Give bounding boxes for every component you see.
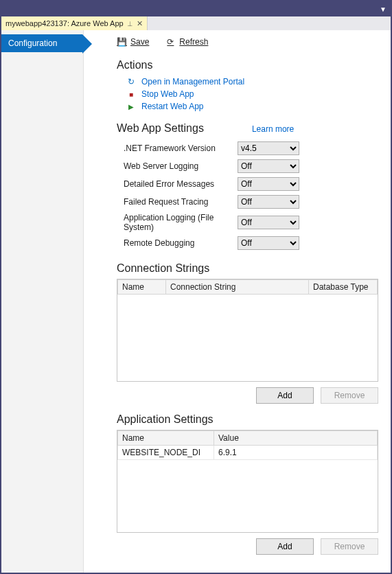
action-restart-label: Restart Web App — [141, 102, 204, 111]
learn-more-link[interactable]: Learn more — [252, 124, 294, 134]
action-stop-label: Stop Web App — [141, 89, 194, 99]
azure-webapp-config-window: ▼ mywebapp423137: Azure Web App ⟂ ✕ Conf… — [0, 0, 392, 574]
appsettings-add-button[interactable]: Add — [256, 538, 314, 555]
setting-label: .NET Framework Version — [124, 144, 233, 153]
application-settings-heading: Application Settings — [117, 413, 378, 426]
stop-icon: ■ — [126, 91, 136, 98]
action-stop-webapp[interactable]: ■ Stop Web App — [117, 88, 378, 100]
table-row[interactable]: WEBSITE_NODE_DI 6.9.1 — [118, 446, 378, 460]
sidebar: Configuration — [1, 30, 84, 573]
appsetting-name: WEBSITE_NODE_DI — [118, 446, 214, 460]
pin-icon[interactable]: ⟂ — [128, 19, 132, 27]
web-server-logging-select[interactable]: Off — [238, 159, 299, 173]
refresh-label: Refresh — [179, 37, 208, 47]
setting-label: Web Server Logging — [124, 161, 233, 171]
body: Configuration 💾 Save ⟳ Refresh Actions ↻… — [1, 30, 391, 573]
window-menu-caret[interactable]: ▼ — [380, 5, 387, 13]
conn-add-button[interactable]: Add — [256, 387, 314, 404]
webapp-settings-heading: Web App Settings — [117, 122, 204, 135]
document-tab-strip: mywebapp423137: Azure Web App ⟂ ✕ — [1, 16, 391, 30]
col-connstring[interactable]: Connection String — [166, 280, 309, 295]
failed-request-tracing-select[interactable]: Off — [238, 195, 299, 209]
open-external-icon: ↻ — [126, 77, 136, 87]
play-icon: ▶ — [126, 103, 136, 111]
action-restart-webapp[interactable]: ▶ Restart Web App — [117, 100, 378, 113]
appsettings-remove-button[interactable]: Remove — [321, 538, 378, 555]
connection-strings-table[interactable]: Name Connection String Database Type — [117, 279, 378, 295]
setting-label: Remote Debugging — [124, 238, 233, 248]
application-settings-table[interactable]: Name Value WEBSITE_NODE_DI 6.9.1 — [117, 430, 378, 460]
connection-strings-heading: Connection Strings — [117, 262, 378, 275]
connection-strings-buttons: Add Remove — [117, 387, 378, 404]
application-logging-select[interactable]: Off — [238, 216, 299, 229]
col-value[interactable]: Value — [214, 431, 378, 446]
actions-heading: Actions — [117, 59, 378, 71]
setting-label: Detailed Error Messages — [124, 179, 233, 189]
refresh-button[interactable]: ⟳ Refresh — [165, 37, 208, 47]
setting-label: Application Logging (File System) — [124, 213, 233, 232]
application-settings-table-wrap: Name Value WEBSITE_NODE_DI 6.9.1 — [117, 430, 378, 533]
save-button[interactable]: 💾 Save — [117, 37, 149, 47]
detailed-error-messages-select[interactable]: Off — [238, 177, 299, 191]
col-name[interactable]: Name — [118, 280, 166, 295]
save-icon: 💾 — [117, 37, 126, 47]
document-tab[interactable]: mywebapp423137: Azure Web App ⟂ ✕ — [1, 16, 148, 30]
application-settings-buttons: Add Remove — [117, 538, 378, 555]
sidebar-tab-label: Configuration — [8, 38, 57, 48]
close-icon[interactable]: ✕ — [137, 19, 143, 28]
conn-remove-button[interactable]: Remove — [321, 387, 378, 404]
document-tab-title: mywebapp423137: Azure Web App — [5, 19, 124, 27]
remote-debugging-select[interactable]: Off — [238, 236, 299, 250]
setting-label: Failed Request Tracing — [124, 197, 233, 207]
connection-strings-table-wrap: Name Connection String Database Type — [117, 279, 378, 382]
content-area: 💾 Save ⟳ Refresh Actions ↻ Open in Manag… — [84, 30, 391, 573]
titlebar: ▼ — [1, 1, 391, 16]
save-label: Save — [130, 37, 149, 47]
appsetting-value: 6.9.1 — [214, 446, 378, 460]
col-dbtype[interactable]: Database Type — [309, 280, 378, 295]
toolbar: 💾 Save ⟳ Refresh — [117, 37, 378, 47]
sidebar-tab-configuration[interactable]: Configuration — [1, 34, 82, 52]
net-framework-version-select[interactable]: v4.5 — [238, 141, 299, 155]
action-open-label: Open in Management Portal — [141, 77, 244, 87]
webapp-settings-grid: .NET Framework Version v4.5 Web Server L… — [117, 139, 378, 253]
col-name[interactable]: Name — [118, 431, 214, 446]
action-open-portal[interactable]: ↻ Open in Management Portal — [117, 76, 378, 88]
refresh-icon: ⟳ — [165, 37, 175, 47]
